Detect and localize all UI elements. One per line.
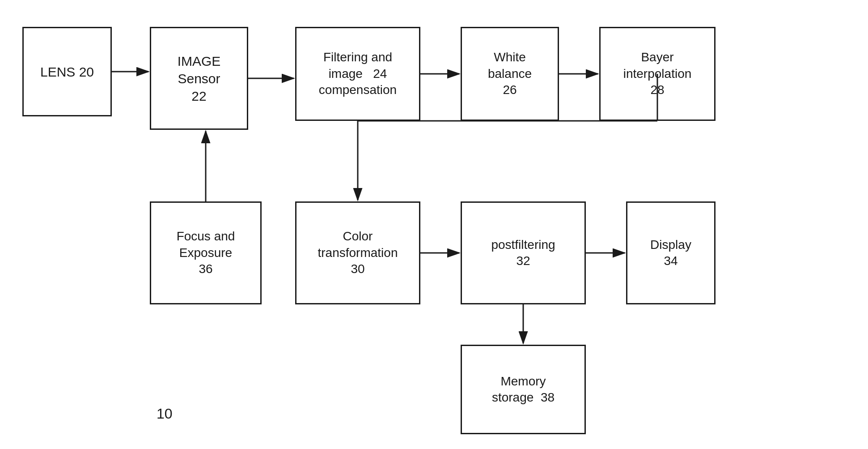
box-memory-storage-label: Memorystorage 38 [492,373,555,406]
diagram-label: 10 [157,406,173,422]
box-white-balance-label: Whitebalance26 [488,49,532,98]
box-postfiltering-label: postfiltering32 [491,237,555,269]
box-filtering-label: Filtering andimage 24compensation [319,49,397,98]
box-filtering: Filtering andimage 24compensation [295,27,420,121]
box-postfiltering: postfiltering32 [461,201,586,304]
box-white-balance: Whitebalance26 [461,27,559,121]
box-focus-exposure: Focus andExposure36 [150,201,262,304]
diagram: LENS 20 IMAGESensor22 Filtering andimage… [0,0,868,449]
box-memory-storage: Memorystorage 38 [461,345,586,434]
box-image-sensor-label: IMAGESensor22 [178,52,221,105]
box-bayer: Bayerinterpolation28 [599,27,716,121]
box-lens-label: LENS 20 [40,63,94,81]
box-color-transform-label: Colortransformation30 [318,228,398,277]
arrows-svg [0,0,868,449]
box-focus-exposure-label: Focus andExposure36 [177,228,235,277]
box-bayer-label: Bayerinterpolation28 [623,49,692,98]
box-lens: LENS 20 [22,27,112,116]
box-image-sensor: IMAGESensor22 [150,27,248,130]
box-color-transform: Colortransformation30 [295,201,420,304]
box-display: Display34 [626,201,716,304]
box-display-label: Display34 [650,237,691,269]
